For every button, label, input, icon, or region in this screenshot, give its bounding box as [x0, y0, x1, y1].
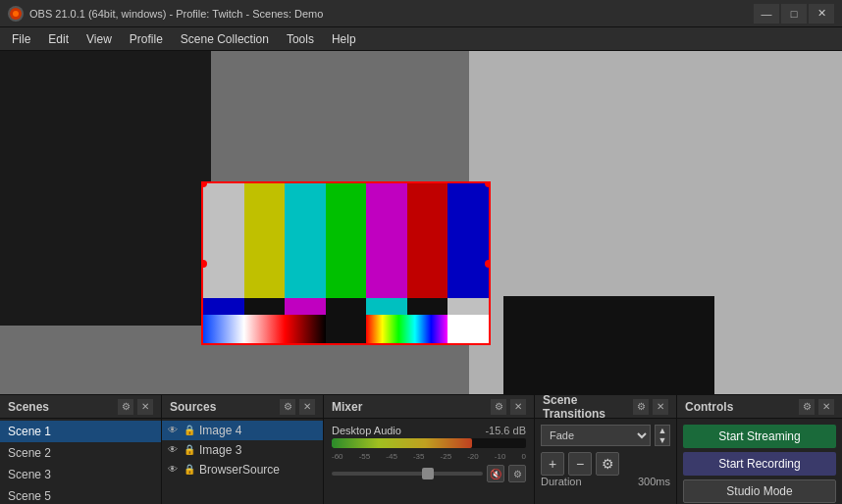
- smpte-bottom-bars: [203, 315, 489, 343]
- bar-mid-blue: [203, 298, 244, 314]
- start-recording-button[interactable]: Start Recording: [683, 452, 836, 476]
- start-streaming-button[interactable]: Start Streaming: [683, 425, 836, 448]
- smpte-middle-bars: [203, 298, 489, 314]
- menu-view[interactable]: View: [79, 30, 120, 48]
- bar-magenta: [366, 183, 407, 298]
- controls-panel-title: Controls: [685, 400, 733, 414]
- lock-icon: 🔒: [184, 464, 195, 476]
- sources-panel-title: Sources: [170, 400, 216, 414]
- transitions-panel-icons: ⚙ ✕: [633, 399, 668, 415]
- color-bars[interactable]: [201, 181, 491, 345]
- mixer-panel: Mixer ⚙ ✕ Desktop Audio -15.6 dB -60 -55…: [324, 395, 535, 504]
- sources-close-button[interactable]: ✕: [299, 399, 315, 415]
- source-item[interactable]: 👁 🔒 BrowserSource: [162, 460, 323, 479]
- bar-mid-dark: [244, 298, 286, 314]
- close-button[interactable]: ✕: [809, 4, 834, 24]
- mixer-fader-thumb[interactable]: [422, 468, 434, 479]
- mixer-level-fill: [332, 438, 472, 448]
- mixer-ticks: -60 -55 -45 -35 -25 -20 -10 0: [332, 452, 526, 461]
- scenes-list: Scene 1 Scene 2 Scene 3 Scene 5: [0, 419, 161, 504]
- bar-mid-dark3: [407, 298, 448, 314]
- color-bars-inner: [203, 183, 489, 343]
- mixer-track-db: -15.6 dB: [485, 425, 526, 436]
- transitions-config-button[interactable]: ⚙: [633, 399, 649, 415]
- controls-content: Start Streaming Start Recording Studio M…: [677, 419, 842, 504]
- scenes-config-button[interactable]: ⚙: [118, 399, 133, 415]
- transitions-inner: Fade Cut Swipe Slide ▲ ▼ + − ⚙: [535, 421, 676, 491]
- controls-inner: Start Streaming Start Recording Studio M…: [677, 421, 842, 504]
- source-name: Image 3: [199, 443, 241, 457]
- transition-arrow-up[interactable]: ▲ ▼: [655, 425, 670, 446]
- scene-item[interactable]: Scene 1: [0, 421, 161, 442]
- menu-help[interactable]: Help: [324, 30, 364, 48]
- scene-item[interactable]: Scene 5: [0, 485, 161, 504]
- sources-panel: Sources ⚙ ✕ 👁 🔒 Image 4 👁 🔒 Image 3 👁 🔒 …: [162, 395, 324, 504]
- mixer-panel-icons: ⚙ ✕: [491, 399, 526, 415]
- bar-bottom-rainbow: [366, 315, 447, 343]
- preview-dark-left: [0, 51, 211, 326]
- window-title: OBS 21.0.1 (64bit, windows) - Profile: T…: [29, 8, 754, 20]
- window-controls: — □ ✕: [754, 4, 834, 24]
- mixer-settings-button[interactable]: ⚙: [508, 465, 526, 482]
- mixer-config-button[interactable]: ⚙: [491, 399, 506, 415]
- bar-blue: [447, 183, 489, 298]
- menu-file[interactable]: File: [4, 30, 38, 48]
- menu-edit[interactable]: Edit: [40, 30, 77, 48]
- source-item[interactable]: 👁 🔒 Image 4: [162, 421, 323, 440]
- transition-settings-button[interactable]: ⚙: [596, 452, 619, 476]
- transitions-close-button[interactable]: ✕: [653, 399, 668, 415]
- resize-handle-mr[interactable]: [485, 260, 491, 268]
- transitions-panel: Scene Transitions ⚙ ✕ Fade Cut Swipe Sli…: [535, 395, 677, 504]
- studio-mode-button[interactable]: Studio Mode: [683, 479, 836, 503]
- lock-icon: 🔒: [184, 425, 195, 436]
- bar-red: [407, 183, 448, 298]
- menu-tools[interactable]: Tools: [279, 30, 322, 48]
- scene-item[interactable]: Scene 2: [0, 442, 161, 464]
- bar-white: [203, 183, 244, 298]
- controls-config-button[interactable]: ⚙: [799, 399, 815, 415]
- sources-panel-icons: ⚙ ✕: [280, 399, 315, 415]
- controls-close-button[interactable]: ✕: [818, 399, 834, 415]
- controls-panel-header: Controls ⚙ ✕: [677, 395, 842, 419]
- transition-type-select[interactable]: Fade Cut Swipe Slide: [541, 425, 651, 446]
- source-item[interactable]: 👁 🔒 Image 3: [162, 440, 323, 460]
- transition-remove-button[interactable]: −: [568, 452, 592, 476]
- title-bar: OBS 21.0.1 (64bit, windows) - Profile: T…: [0, 0, 842, 27]
- scene-item[interactable]: Scene 3: [0, 464, 161, 485]
- controls-panel: Controls ⚙ ✕ Start Streaming Start Recor…: [677, 395, 842, 504]
- svg-point-1: [13, 11, 19, 17]
- sources-config-button[interactable]: ⚙: [280, 399, 295, 415]
- scenes-panel-header: Scenes ⚙ ✕: [0, 395, 161, 419]
- lock-icon: 🔒: [184, 444, 195, 456]
- minimize-button[interactable]: —: [754, 4, 779, 24]
- resize-handle-tr[interactable]: [485, 181, 491, 187]
- bar-mid-white: [447, 298, 489, 314]
- transition-add-button[interactable]: +: [541, 452, 564, 476]
- scenes-panel-icons: ⚙ ✕: [118, 399, 153, 415]
- bar-yellow: [244, 183, 286, 298]
- menu-profile[interactable]: Profile: [122, 30, 171, 48]
- mixer-mute-button[interactable]: 🔇: [487, 465, 504, 482]
- eye-icon: 👁: [168, 444, 180, 456]
- bar-mid-cyan: [366, 298, 407, 314]
- bar-mid-dark2: [326, 298, 367, 314]
- mixer-close-button[interactable]: ✕: [510, 399, 526, 415]
- smpte-top-bars: [203, 183, 489, 298]
- bar-green: [326, 183, 367, 298]
- transition-action-buttons: + − ⚙: [541, 452, 670, 476]
- mixer-fader[interactable]: [332, 472, 483, 476]
- scenes-panel-title: Scenes: [8, 400, 49, 414]
- preview-area: [0, 51, 842, 394]
- sources-panel-header: Sources ⚙ ✕: [162, 395, 323, 419]
- bar-bottom-white: [447, 315, 489, 343]
- bar-bottom-dark: [326, 315, 367, 343]
- mixer-track-name: Desktop Audio: [332, 425, 401, 436]
- maximize-button[interactable]: □: [781, 4, 807, 24]
- scenes-panel: Scenes ⚙ ✕ Scene 1 Scene 2 Scene 3 Scene…: [0, 395, 162, 504]
- menu-scene-collection[interactable]: Scene Collection: [173, 30, 277, 48]
- scenes-close-button[interactable]: ✕: [137, 399, 153, 415]
- bar-cyan: [285, 183, 326, 298]
- mixer-track: Desktop Audio -15.6 dB -60 -55 -45 -35 -…: [324, 421, 534, 486]
- source-name: BrowserSource: [199, 463, 280, 477]
- bar-bottom-gradient: [203, 315, 326, 343]
